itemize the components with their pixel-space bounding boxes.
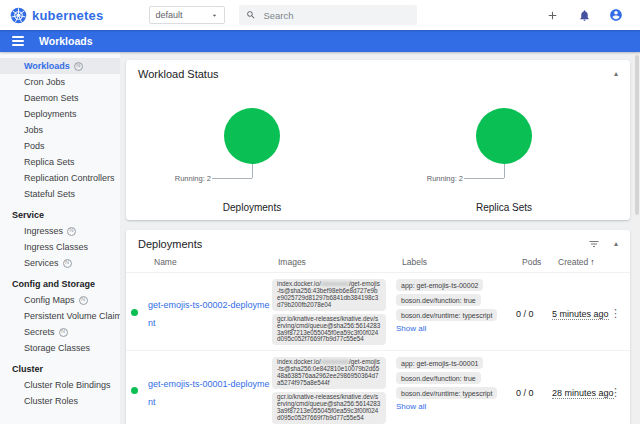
pie-chart-replica-sets[interactable] <box>476 108 532 164</box>
bell-icon <box>578 9 591 22</box>
sidebar-item-label: Daemon Sets <box>24 93 79 103</box>
image-chip[interactable]: gcr.io/knative-releases/knative.dev/serv… <box>272 314 386 346</box>
chart-connector-line <box>212 178 252 179</box>
sidebar: WorkloadsNCron JobsDaemon SetsDeployment… <box>0 52 120 424</box>
pie-chart-area: Running: 2 <box>177 108 327 196</box>
images-cell: index.docker.io/xxxxxxxxx/get-emojis-ts@… <box>272 354 396 424</box>
sidebar-item-workloads[interactable]: WorkloadsN <box>0 58 120 74</box>
sidebar-section-header-cluster: Cluster <box>0 361 120 377</box>
search-bar[interactable] <box>239 5 417 25</box>
column-header-images[interactable]: Images <box>278 257 402 267</box>
pods-value: 0 / 0 <box>516 309 534 319</box>
column-header-created[interactable]: Created↑ <box>558 257 616 267</box>
workload-status-title: Workload Status <box>138 68 219 80</box>
sidebar-item-ingress-classes[interactable]: Ingress Classes <box>0 239 120 255</box>
status-cell <box>126 387 148 394</box>
sidebar-item-config-maps[interactable]: Config MapsN <box>0 292 120 308</box>
sidebar-item-replication-controllers[interactable]: Replication Controllers <box>0 170 120 186</box>
image-chip[interactable]: gcr.io/knative-releases/knative.dev/serv… <box>272 392 386 424</box>
show-all-link[interactable]: Show all <box>396 402 516 411</box>
pie-chart-area: Running: 2 <box>429 108 579 196</box>
pods-value: 0 / 0 <box>516 388 534 398</box>
page-title: Workloads <box>39 35 92 47</box>
sidebar-item-label: Secrets <box>24 327 55 337</box>
label-chip[interactable]: boson.dev/runtime: typescript <box>396 387 497 399</box>
deployment-name-link[interactable]: get-emojis-ts-00002-deployment <box>148 300 270 328</box>
sidebar-item-cluster-role-bindings[interactable]: Cluster Role Bindings <box>0 377 120 393</box>
image-chip[interactable]: index.docker.io/xxxxxxxxx/get-emojis-ts@… <box>272 279 386 311</box>
filter-icon[interactable] <box>588 238 600 250</box>
sidebar-section-header-service: Service <box>0 207 120 223</box>
brand-wordmark: kubernetes <box>32 8 103 23</box>
pods-cell: 0 / 0 <box>516 303 552 321</box>
scrollbar[interactable] <box>634 52 640 424</box>
notifications-button[interactable] <box>576 7 592 23</box>
sidebar-item-replica-sets[interactable]: Replica Sets <box>0 154 120 170</box>
plus-icon <box>546 9 559 22</box>
sidebar-item-label: Cluster Role Bindings <box>24 380 111 390</box>
sidebar-item-storage-classes[interactable]: Storage Classes <box>0 340 120 356</box>
label-chip[interactable]: app: get-emojis-ts-00001 <box>396 357 483 369</box>
column-header-name[interactable]: Name <box>154 257 278 267</box>
column-header-labels[interactable]: Labels <box>402 257 522 267</box>
sidebar-item-label: Config Maps <box>24 295 75 305</box>
sidebar-item-label: Persistent Volume Claims <box>24 311 120 321</box>
menu-toggle-button[interactable] <box>12 36 24 46</box>
chart-connector-line <box>504 164 505 178</box>
sidebar-item-cluster-roles[interactable]: Cluster Roles <box>0 393 120 409</box>
hamburger-icon <box>12 36 24 38</box>
name-cell: get-emojis-ts-00001-deployment <box>148 373 272 409</box>
kebab-menu-icon[interactable]: ⋮ <box>610 386 621 398</box>
table-row: get-emojis-ts-00001-deploymentindex.dock… <box>126 350 630 424</box>
label-chip[interactable]: boson.dev/function: true <box>396 372 481 384</box>
sort-ascending-icon: ↑ <box>590 257 594 267</box>
scrollbar-thumb[interactable] <box>635 55 639 215</box>
image-chip[interactable]: index.docker.io/xxxxxxxxx/get-emojis-ts@… <box>272 357 386 389</box>
collapse-icon[interactable]: ▴ <box>614 240 618 248</box>
created-value[interactable]: 28 minutes ago <box>552 388 614 399</box>
sidebar-item-daemon-sets[interactable]: Daemon Sets <box>0 90 120 106</box>
sidebar-item-label: Services <box>24 258 59 268</box>
show-all-link[interactable]: Show all <box>396 324 516 333</box>
images-cell: index.docker.io/xxxxxxxxx/get-emojis-ts@… <box>272 276 396 348</box>
created-cell: 5 minutes ago <box>552 303 610 321</box>
search-icon <box>246 10 256 20</box>
user-profile-button[interactable] <box>608 7 624 23</box>
topbar: kubernetes default <box>0 0 640 30</box>
sidebar-item-services[interactable]: ServicesN <box>0 255 120 271</box>
pods-cell: 0 / 0 <box>516 382 552 400</box>
status-ok-icon <box>131 387 138 394</box>
sidebar-item-stateful-sets[interactable]: Stateful Sets <box>0 186 120 202</box>
deployment-name-link[interactable]: get-emojis-ts-00001-deployment <box>148 379 270 407</box>
deployments-title: Deployments <box>138 238 202 250</box>
create-resource-button[interactable] <box>544 7 560 23</box>
sidebar-item-label: Jobs <box>24 125 43 135</box>
row-menu-cell: ⋮ <box>610 303 624 321</box>
kubernetes-helm-icon <box>10 7 27 24</box>
sidebar-item-label: Ingresses <box>24 226 63 236</box>
namespace-selector[interactable]: default <box>149 6 225 24</box>
kubernetes-logo[interactable]: kubernetes <box>10 7 103 24</box>
sidebar-item-secrets[interactable]: SecretsN <box>0 324 120 340</box>
chart-title: Replica Sets <box>476 202 532 213</box>
sidebar-item-jobs[interactable]: Jobs <box>0 122 120 138</box>
status-cell <box>126 309 148 316</box>
sidebar-item-ingresses[interactable]: IngressesN <box>0 223 120 239</box>
workload-status-charts: Running: 2DeploymentsRunning: 2Replica S… <box>126 108 630 213</box>
label-chip[interactable]: boson.dev/runtime: typescript <box>396 309 497 321</box>
sidebar-item-persistent-volume-claims[interactable]: Persistent Volume ClaimsN <box>0 308 120 324</box>
chart-title: Deployments <box>223 202 281 213</box>
row-menu-cell: ⋮ <box>610 382 624 400</box>
search-input[interactable] <box>263 10 393 21</box>
label-chip[interactable]: app: get-emojis-ts-00002 <box>396 279 483 291</box>
column-header-pods[interactable]: Pods <box>522 257 558 267</box>
sidebar-item-deployments[interactable]: Deployments <box>0 106 120 122</box>
sidebar-item-pods[interactable]: Pods <box>0 138 120 154</box>
collapse-icon[interactable]: ▴ <box>614 70 618 78</box>
label-chip[interactable]: boson.dev/function: true <box>396 294 481 306</box>
created-value[interactable]: 5 minutes ago <box>552 309 609 320</box>
namespaced-badge-icon: N <box>67 227 76 236</box>
pie-chart-deployments[interactable] <box>224 108 280 164</box>
kebab-menu-icon[interactable]: ⋮ <box>610 307 621 319</box>
sidebar-item-cron-jobs[interactable]: Cron Jobs <box>0 74 120 90</box>
